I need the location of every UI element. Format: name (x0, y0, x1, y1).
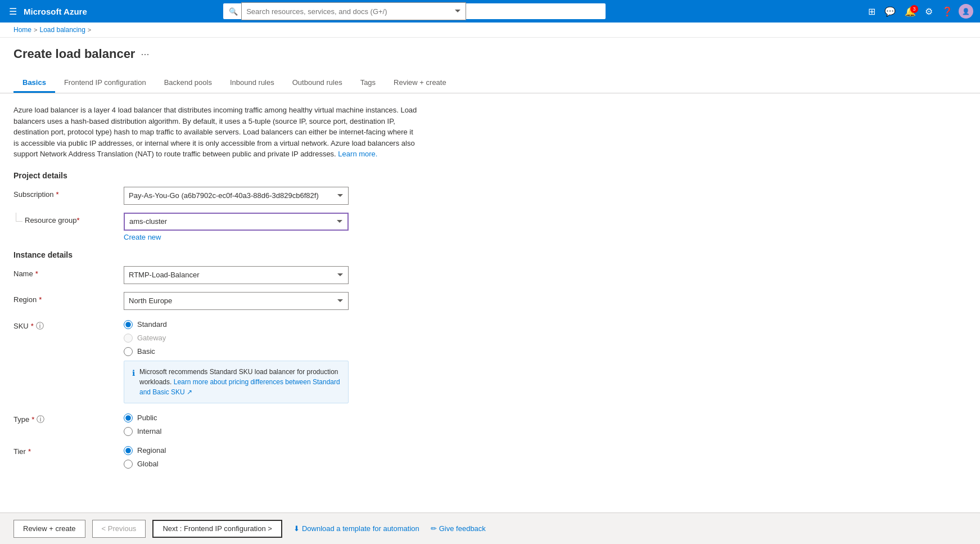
type-public-radio[interactable] (124, 413, 133, 422)
next-button[interactable]: Next : Frontend IP configuration > (152, 520, 282, 538)
tier-regional-option[interactable]: Regional (124, 446, 166, 455)
tab-bar: Basics Frontend IP configuration Backend… (0, 67, 980, 93)
info-icon-blue: ℹ (132, 367, 135, 397)
tier-radio-group: Regional Global (124, 444, 166, 469)
hamburger-menu[interactable]: ☰ (7, 4, 19, 19)
search-bar[interactable]: 🔍 (223, 3, 606, 19)
footer: Review + create < Previous Next : Fronte… (0, 512, 980, 541)
subscription-row: Subscription * Pay-As-You-Go (a6b7902c-e… (13, 187, 967, 205)
breadcrumb-sep-1: > (34, 26, 37, 33)
settings-icon[interactable]: ⚙ (922, 4, 936, 19)
create-new-resource-group-link[interactable]: Create new (124, 233, 349, 241)
download-icon: ⬇ (293, 524, 300, 533)
resource-group-row: Resource group * ams-cluster Create new (13, 213, 967, 241)
sku-info-icon[interactable]: ⓘ (36, 321, 44, 331)
region-label: Region * (13, 292, 115, 304)
resource-group-control: ams-cluster Create new (124, 213, 349, 241)
sku-label: SKU * ⓘ (13, 318, 115, 331)
region-required: * (39, 295, 42, 304)
sku-standard-option[interactable]: Standard (124, 320, 349, 329)
sku-gateway-radio (124, 334, 133, 343)
tier-row: Tier * Regional Global (13, 444, 967, 469)
tab-basics[interactable]: Basics (13, 74, 55, 93)
subscription-control: Pay-As-You-Go (a6b7902c-ec0f-40a3-88d6-3… (124, 187, 349, 205)
type-internal-radio[interactable] (124, 427, 133, 436)
name-required: * (35, 269, 38, 278)
page-title: Create load balancer (13, 47, 135, 61)
type-control: Public Internal (124, 411, 161, 436)
sku-info-text: Microsoft recommends Standard SKU load b… (139, 367, 340, 397)
nav-icons: ⊞ 💬 🔔 3 ⚙ ❓ 👤 (865, 4, 973, 19)
notifications-icon[interactable]: 🔔 3 (901, 4, 919, 19)
type-radio-group: Public Internal (124, 411, 161, 436)
page-header: Create load balancer ··· (0, 38, 980, 61)
tier-required: * (28, 447, 31, 456)
top-navigation: ☰ Microsoft Azure 🔍 ⊞ 💬 🔔 3 ⚙ ❓ 👤 (0, 0, 980, 23)
type-required: * (31, 415, 34, 424)
give-feedback-link[interactable]: ✏ Give feedback (431, 524, 486, 533)
sku-info-box: ℹ Microsoft recommends Standard SKU load… (124, 361, 349, 403)
notification-badge: 3 (910, 5, 918, 13)
region-row: Region * North Europe (13, 292, 967, 310)
tier-global-radio[interactable] (124, 460, 133, 469)
type-public-option[interactable]: Public (124, 413, 161, 422)
content-area: Azure load balancer is a layer 4 load ba… (0, 93, 980, 516)
user-avatar[interactable]: 👤 (959, 4, 973, 19)
type-internal-option[interactable]: Internal (124, 427, 161, 436)
tier-global-option[interactable]: Global (124, 460, 166, 469)
project-details-heading: Project details (13, 171, 967, 180)
breadcrumb: Home > Load balancing > (0, 23, 980, 38)
instance-details-heading: Instance details (13, 250, 967, 259)
type-label: Type * ⓘ (13, 411, 115, 425)
download-template-link[interactable]: ⬇ Download a template for automation (293, 524, 419, 533)
resource-group-required: * (77, 216, 80, 224)
tab-backend-pools[interactable]: Backend pools (155, 74, 221, 93)
help-icon[interactable]: ❓ (938, 4, 956, 19)
resource-group-select[interactable]: ams-cluster (124, 213, 349, 231)
tab-outbound-rules[interactable]: Outbound rules (283, 74, 351, 93)
more-options-icon[interactable]: ··· (141, 48, 149, 60)
description-text: Azure load balancer is a layer 4 load ba… (13, 105, 418, 160)
feedback-link-icon: ✏ (431, 524, 437, 533)
sku-basic-radio[interactable] (124, 347, 133, 356)
search-input[interactable] (241, 2, 466, 20)
name-select[interactable]: RTMP-Load-Balancer (124, 266, 349, 284)
name-row: Name * RTMP-Load-Balancer (13, 266, 967, 284)
type-info-icon[interactable]: ⓘ (37, 415, 44, 425)
name-control: RTMP-Load-Balancer (124, 266, 349, 284)
breadcrumb-load-balancing[interactable]: Load balancing (39, 26, 85, 34)
subscription-required: * (56, 190, 59, 199)
name-label: Name * (13, 266, 115, 278)
review-create-button[interactable]: Review + create (13, 520, 85, 538)
tier-regional-radio[interactable] (124, 446, 133, 455)
region-control: North Europe (124, 292, 349, 310)
resource-group-label-wrap: Resource group * (13, 213, 115, 224)
learn-more-link[interactable]: Learn more. (338, 150, 377, 158)
subscription-label: Subscription * (13, 187, 115, 199)
breadcrumb-home[interactable]: Home (13, 26, 31, 34)
tab-review-create[interactable]: Review + create (385, 74, 455, 93)
main-content: Create load balancer ··· Basics Frontend… (0, 38, 980, 541)
tier-control: Regional Global (124, 444, 166, 469)
breadcrumb-sep-2: > (88, 26, 91, 33)
sku-basic-option[interactable]: Basic (124, 347, 349, 356)
sku-row: SKU * ⓘ Standard Gateway Basic (13, 318, 967, 403)
tab-tags[interactable]: Tags (351, 74, 385, 93)
tier-label: Tier * (13, 444, 115, 456)
sku-control: Standard Gateway Basic ℹ Microsoft recom… (124, 318, 349, 403)
subscription-select[interactable]: Pay-As-You-Go (a6b7902c-ec0f-40a3-88d6-3… (124, 187, 349, 205)
sku-radio-group: Standard Gateway Basic (124, 318, 349, 356)
sku-standard-radio[interactable] (124, 320, 133, 329)
sku-gateway-option: Gateway (124, 334, 349, 343)
azure-logo: Microsoft Azure (24, 7, 87, 16)
feedback-icon[interactable]: 💬 (881, 4, 899, 19)
previous-button[interactable]: < Previous (92, 520, 146, 538)
type-row: Type * ⓘ Public Internal (13, 411, 967, 436)
portal-icon[interactable]: ⊞ (865, 4, 879, 19)
region-select[interactable]: North Europe (124, 292, 349, 310)
sku-required: * (31, 322, 34, 330)
tab-frontend-ip[interactable]: Frontend IP configuration (55, 74, 155, 93)
tab-inbound-rules[interactable]: Inbound rules (221, 74, 283, 93)
